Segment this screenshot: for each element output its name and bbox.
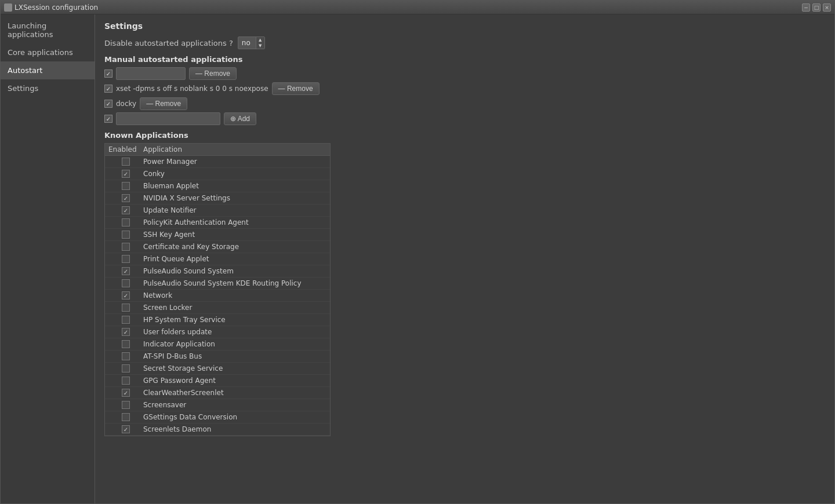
app-checkbox-9[interactable]: ✓	[122, 267, 130, 275]
app-checkbox-19[interactable]: ✓	[122, 389, 130, 397]
manual-item-2-text: xset -dpms s off s noblank s 0 0 s noexp…	[116, 85, 268, 93]
app-name-3: NVIDIA X Server Settings	[143, 194, 326, 202]
spinbox-down-arrow[interactable]: ▼	[256, 43, 264, 49]
app-checkbox-10[interactable]	[122, 279, 130, 287]
spinbox-up-arrow[interactable]: ▲	[256, 37, 264, 43]
app-name-4: Update Notifier	[143, 206, 326, 214]
app-checkbox-8[interactable]	[122, 255, 130, 263]
app-checkbox-22[interactable]: ✓	[122, 425, 130, 433]
app-checkbox-17[interactable]	[122, 364, 130, 372]
app-checkbox-16[interactable]	[122, 352, 130, 360]
app-checkbox-7[interactable]	[122, 243, 130, 251]
app-name-15: Indicator Application	[143, 340, 326, 348]
app-name-17: Secret Storage Service	[143, 364, 326, 372]
sidebar-item-settings[interactable]: Settings	[1, 79, 95, 97]
app-name-14: User folders update	[143, 328, 326, 336]
app-checkbox-3[interactable]: ✓	[122, 194, 130, 202]
apps-table-header: Enabled Application	[105, 144, 330, 156]
window-content: Launching applications Core applications…	[1, 14, 834, 503]
manual-checkbox-1[interactable]: ✓	[104, 70, 112, 78]
app-row: Secret Storage Service	[105, 363, 330, 375]
app-checkbox-12[interactable]	[122, 304, 130, 312]
add-row: ✓ ⊕ Add	[104, 112, 825, 125]
app-checkbox-1[interactable]: ✓	[122, 170, 130, 178]
app-checkbox-18[interactable]	[122, 377, 130, 385]
apps-table: Enabled Application Power Manager✓ConkyB…	[104, 143, 331, 436]
app-row: ✓PulseAudio Sound System	[105, 265, 330, 277]
app-row: Screensaver	[105, 399, 330, 411]
app-name-18: GPG Password Agent	[143, 377, 326, 385]
manual-input-1[interactable]	[116, 67, 186, 80]
app-row: PolicyKit Authentication Agent	[105, 217, 330, 229]
app-row: Screen Locker	[105, 302, 330, 314]
app-row: ✓ClearWeatherScreenlet	[105, 387, 330, 399]
manual-remove-btn-2[interactable]: — Remove	[272, 82, 320, 95]
app-row: Power Manager	[105, 156, 330, 168]
sidebar: Launching applications Core applications…	[1, 14, 95, 503]
app-row: ✓Update Notifier	[105, 204, 330, 217]
manual-remove-btn-1[interactable]: — Remove	[189, 67, 237, 80]
manual-remove-btn-3[interactable]: — Remove	[140, 97, 187, 110]
app-name-10: PulseAudio Sound System KDE Routing Poli…	[143, 279, 326, 287]
manual-checkbox-3[interactable]: ✓	[104, 100, 112, 108]
app-row: ✓Network	[105, 290, 330, 302]
app-row: ✓NVIDIA X Server Settings	[105, 192, 330, 204]
settings-section-title: Settings	[104, 21, 825, 31]
app-checkbox-14[interactable]: ✓	[122, 328, 130, 336]
add-input[interactable]	[116, 112, 220, 125]
app-checkbox-13[interactable]	[122, 316, 130, 324]
app-row: Certificate and Key Storage	[105, 241, 330, 253]
window-title: LXSession configuration	[14, 3, 98, 12]
disable-autostart-spinbox[interactable]: no ▲ ▼	[238, 36, 265, 49]
restore-button[interactable]: □	[812, 3, 821, 12]
app-checkbox-4[interactable]: ✓	[122, 206, 130, 214]
app-name-0: Power Manager	[143, 158, 326, 166]
app-checkbox-21[interactable]	[122, 413, 130, 421]
app-checkbox-0[interactable]	[122, 158, 130, 166]
app-name-12: Screen Locker	[143, 304, 326, 312]
app-checkbox-2[interactable]	[122, 182, 130, 190]
app-name-16: AT-SPI D-Bus Bus	[143, 352, 326, 360]
app-row: Indicator Application	[105, 338, 330, 350]
close-button[interactable]: ×	[823, 3, 831, 12]
disable-autostart-row: Disable autostarted applications ? no ▲ …	[104, 36, 825, 49]
app-row: PulseAudio Sound System KDE Routing Poli…	[105, 277, 330, 290]
main-content: Settings Disable autostarted application…	[95, 14, 834, 503]
app-row: HP System Tray Service	[105, 314, 330, 326]
manual-item-2: ✓ xset -dpms s off s noblank s 0 0 s noe…	[104, 82, 825, 95]
app-checkbox-11[interactable]: ✓	[122, 291, 130, 300]
app-name-19: ClearWeatherScreenlet	[143, 389, 326, 397]
app-checkbox-15[interactable]	[122, 340, 130, 348]
manual-section-title: Manual autostarted applications	[104, 55, 825, 64]
app-checkbox-6[interactable]	[122, 231, 130, 239]
add-checkbox[interactable]: ✓	[104, 115, 112, 123]
app-name-21: GSettings Data Conversion	[143, 413, 326, 421]
add-button[interactable]: ⊕ Add	[224, 112, 256, 125]
app-name-1: Conky	[143, 170, 326, 178]
app-row: SSH Key Agent	[105, 229, 330, 241]
known-apps-section: Known Applications Enabled Application P…	[104, 131, 825, 436]
sidebar-item-launching-applications[interactable]: Launching applications	[1, 17, 95, 43]
app-row: GPG Password Agent	[105, 375, 330, 387]
sidebar-item-core-applications[interactable]: Core applications	[1, 43, 95, 61]
titlebar: LXSession configuration − □ ×	[1, 1, 834, 14]
manual-checkbox-2[interactable]: ✓	[104, 85, 112, 93]
app-name-5: PolicyKit Authentication Agent	[143, 218, 326, 227]
sidebar-item-autostart[interactable]: Autostart	[1, 61, 95, 79]
known-apps-title: Known Applications	[104, 131, 825, 140]
app-row: ✓Conky	[105, 168, 330, 180]
app-checkbox-5[interactable]	[122, 218, 130, 227]
titlebar-buttons: − □ ×	[802, 3, 831, 12]
disable-autostart-label: Disable autostarted applications ?	[104, 39, 233, 48]
header-enabled: Enabled	[108, 145, 143, 154]
manual-item-1: ✓ — Remove	[104, 67, 825, 80]
spinbox-arrows: ▲ ▼	[256, 37, 264, 49]
spinbox-value: no	[238, 39, 256, 47]
app-name-7: Certificate and Key Storage	[143, 243, 326, 251]
header-application: Application	[143, 145, 326, 154]
app-checkbox-20[interactable]	[122, 401, 130, 409]
minimize-button[interactable]: −	[802, 3, 810, 12]
app-row: Blueman Applet	[105, 180, 330, 192]
app-name-11: Network	[143, 291, 326, 300]
app-name-8: Print Queue Applet	[143, 255, 326, 263]
